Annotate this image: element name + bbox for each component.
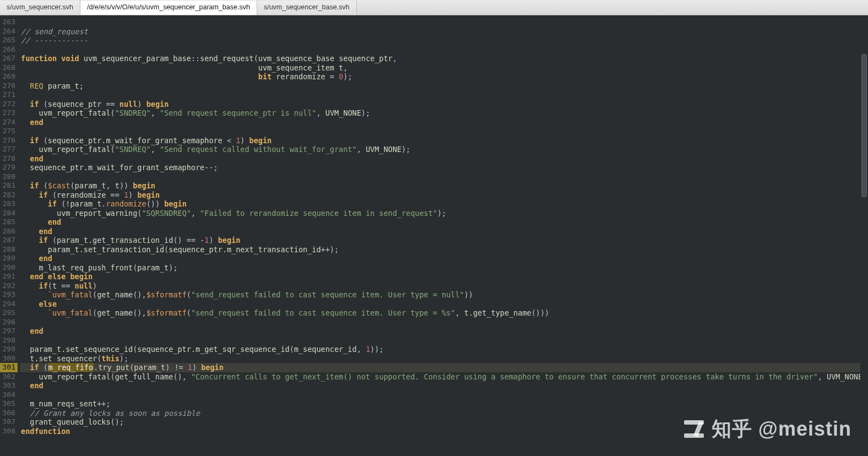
line-number: 286 <box>0 227 18 236</box>
code-line[interactable]: grant_queued_locks(); <box>20 417 868 427</box>
line-number: 290 <box>0 263 18 273</box>
line-number: 307 <box>0 417 18 427</box>
code-line[interactable]: t.set_sequencer(this); <box>20 354 868 363</box>
line-number: 288 <box>0 245 18 254</box>
line-number: 282 <box>0 191 18 200</box>
line-number: 277 <box>0 145 18 154</box>
line-number: 264 <box>0 27 18 36</box>
code-line[interactable]: // send_request <box>20 27 868 36</box>
line-number: 263 <box>0 18 18 27</box>
code-line[interactable]: end <box>20 327 868 336</box>
tab-bar: s/uvm_sequencer.svh /d/e/e/s/v/v/O/e/u/s… <box>0 0 868 15</box>
line-number: 292 <box>0 281 18 291</box>
line-number: 281 <box>0 181 18 191</box>
line-number: 276 <box>0 136 18 145</box>
line-number: 269 <box>0 72 18 82</box>
code-line[interactable] <box>20 172 868 182</box>
code-line[interactable]: end <box>20 254 868 263</box>
code-line[interactable]: if (!param_t.randomize()) begin <box>20 199 868 209</box>
line-number: 266 <box>0 45 18 55</box>
code-line[interactable] <box>20 45 868 55</box>
code-line[interactable]: if (sequence_ptr.m_wait_for_grant_semaph… <box>20 136 868 145</box>
code-line[interactable]: if (param_t.get_transaction_id() == -1) … <box>20 236 868 245</box>
code-line[interactable]: // Grant any locks as soon as possible <box>20 409 868 418</box>
line-number: 278 <box>0 154 18 164</box>
code-line[interactable]: param_t.set_transaction_id(sequence_ptr.… <box>20 245 868 254</box>
code-line[interactable]: sequence_ptr.m_wait_for_grant_semaphore-… <box>20 163 868 172</box>
code-line[interactable]: m_num_reqs_sent++; <box>20 399 868 409</box>
code-line[interactable] <box>20 18 868 27</box>
code-area[interactable]: // send_request// ------------function v… <box>20 15 868 456</box>
tab-label: s/uvm_sequencer.svh <box>7 3 73 11</box>
tab-label: /d/e/e/s/v/v/O/e/u/s/uvm_sequencer_param… <box>87 3 250 11</box>
code-line[interactable]: end else begin <box>20 272 868 281</box>
line-number: 303 <box>0 381 18 390</box>
line-number-gutter: 2632642652662672682692702712722732742752… <box>0 15 18 456</box>
code-line[interactable]: REQ param_t; <box>20 82 868 91</box>
code-line[interactable]: bit rerandomize = 0); <box>20 72 868 82</box>
code-line[interactable]: end <box>20 227 868 236</box>
line-number: 302 <box>0 372 18 382</box>
code-line[interactable] <box>20 318 868 327</box>
code-line[interactable]: `uvm_fatal(get_name(),$sformatf("send_re… <box>20 290 868 300</box>
line-number: 283 <box>0 199 18 209</box>
tab-sequencer[interactable]: s/uvm_sequencer.svh <box>0 0 80 15</box>
tab-sequencer-param-base[interactable]: /d/e/e/s/v/v/O/e/u/s/uvm_sequencer_param… <box>80 0 257 15</box>
line-number: 297 <box>0 327 18 336</box>
code-line[interactable]: uvm_report_fatal("SNDREQ", "Send request… <box>20 108 868 118</box>
line-number: 275 <box>0 127 18 136</box>
code-line[interactable]: end <box>20 154 868 164</box>
line-number: 294 <box>0 300 18 309</box>
line-number: 305 <box>0 399 18 409</box>
line-number: 284 <box>0 209 18 218</box>
line-number: 270 <box>0 82 18 91</box>
line-number: 279 <box>0 163 18 172</box>
code-line[interactable] <box>20 336 868 345</box>
line-number: 301 <box>0 363 18 372</box>
code-line[interactable]: uvm_report_fatal("SNDREQ", "Send request… <box>20 145 868 154</box>
line-number: 289 <box>0 254 18 263</box>
code-line[interactable]: // ------------ <box>20 36 868 45</box>
code-line[interactable]: if (sequence_ptr == null) begin <box>20 100 868 109</box>
line-number: 291 <box>0 272 18 281</box>
code-line[interactable]: if ($cast(param_t, t)) begin <box>20 181 868 191</box>
scrollbar-thumb[interactable] <box>861 54 867 197</box>
line-number: 274 <box>0 118 18 127</box>
code-line[interactable]: uvm_sequence_item t, <box>20 63 868 73</box>
line-number: 298 <box>0 336 18 345</box>
line-number: 308 <box>0 427 18 436</box>
code-line[interactable]: param_t.set_sequence_id(sequence_ptr.m_g… <box>20 345 868 354</box>
code-editor[interactable]: 2632642652662672682692702712722732742752… <box>0 15 868 456</box>
code-line[interactable]: end <box>20 118 868 127</box>
line-number: 272 <box>0 100 18 109</box>
tab-sequencer-base[interactable]: s/uvm_sequencer_base.svh <box>257 0 357 15</box>
code-line[interactable] <box>20 90 868 100</box>
code-line[interactable]: if(t == null) <box>20 281 868 291</box>
line-number: 267 <box>0 54 18 63</box>
line-number: 280 <box>0 172 18 182</box>
line-number: 304 <box>0 390 18 400</box>
line-number: 265 <box>0 36 18 45</box>
code-line[interactable] <box>20 390 868 400</box>
code-line[interactable]: if (rerandomize == 1) begin <box>20 191 868 200</box>
code-line[interactable] <box>20 127 868 136</box>
code-line[interactable]: endfunction <box>20 427 868 436</box>
line-number: 295 <box>0 308 18 318</box>
code-line[interactable]: else <box>20 300 868 309</box>
code-line[interactable]: m_last_req_push_front(param_t); <box>20 263 868 273</box>
code-line[interactable]: function void uvm_sequencer_param_base::… <box>20 54 868 63</box>
code-line[interactable]: if (m_req_fifo.try_put(param_t) != 1) be… <box>20 363 868 372</box>
tab-label: s/uvm_sequencer_base.svh <box>264 3 350 11</box>
line-number: 287 <box>0 236 18 245</box>
vertical-scrollbar[interactable] <box>860 15 868 456</box>
line-number: 300 <box>0 354 18 363</box>
code-line[interactable]: uvm_report_warning("SQRSNDREQ", "Failed … <box>20 209 868 218</box>
line-number: 285 <box>0 218 18 227</box>
line-number: 273 <box>0 108 18 118</box>
code-line[interactable]: end <box>20 218 868 227</box>
code-line[interactable]: end <box>20 381 868 390</box>
code-line[interactable]: uvm_report_fatal(get_full_name(), "Concu… <box>20 372 868 382</box>
line-number: 299 <box>0 345 18 354</box>
line-number: 268 <box>0 63 18 73</box>
code-line[interactable]: `uvm_fatal(get_name(),$sformatf("send_re… <box>20 308 868 318</box>
